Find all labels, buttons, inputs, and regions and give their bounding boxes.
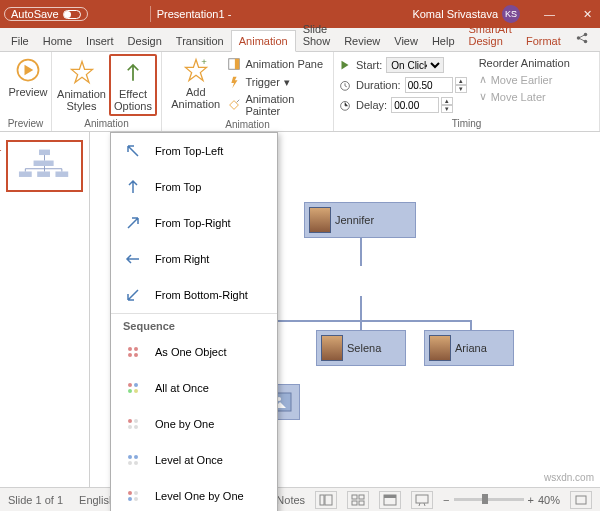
svg-rect-50 [384,495,396,498]
tab-slideshow[interactable]: Slide Show [296,19,338,51]
org-node-selena[interactable]: Selena [316,330,406,366]
seq-all-at-once[interactable]: All at Once [111,370,277,406]
svg-point-27 [128,383,132,387]
tab-home[interactable]: Home [36,31,79,51]
slideshow-view-icon[interactable] [411,491,433,509]
duration-down[interactable]: ▾ [455,85,467,93]
maximize-icon[interactable] [565,12,573,16]
fit-to-window-icon[interactable] [570,491,592,509]
slide-thumbnails[interactable]: 1* [0,132,90,487]
effect-options-dropdown: From Top-Left From Top From Top-Right Fr… [110,132,278,511]
dir-bottom-right[interactable]: From Bottom-Right [111,277,277,313]
move-later-button: ∨ Move Later [479,89,570,104]
redo-icon[interactable] [122,12,130,16]
effect-options-button[interactable]: Effect Options [109,54,157,116]
seq-level-at-once[interactable]: Level at Once [111,442,277,478]
tab-insert[interactable]: Insert [79,31,121,51]
workspace: 1* Joe Jennifer lie Selena Ariana [0,132,600,487]
svg-text:+: + [201,56,207,67]
tab-file[interactable]: File [4,31,36,51]
trigger-button[interactable]: Trigger ▾ [227,74,329,90]
group-preview: Preview [4,117,47,131]
animation-painter-button[interactable]: Animation Painter [227,92,329,118]
zoom-in-icon[interactable]: + [528,494,534,506]
tab-view[interactable]: View [387,31,425,51]
svg-point-42 [134,497,138,501]
dir-top-left[interactable]: From Top-Left [111,133,277,169]
reorder-label: Reorder Animation [479,56,570,70]
dir-top[interactable]: From Top [111,169,277,205]
dir-right[interactable]: From Right [111,241,277,277]
zoom-out-icon[interactable]: − [443,494,449,506]
close-icon[interactable]: ✕ [579,6,596,23]
move-earlier-button: ∧ Move Earlier [479,72,570,87]
sequence-header: Sequence [111,313,277,334]
seq-level-one-by-one[interactable]: Level One by One [111,478,277,511]
slide-counter[interactable]: Slide 1 of 1 [8,494,63,506]
seq-one-by-one[interactable]: One by One [111,406,277,442]
svg-point-6 [584,33,588,37]
dir-top-right[interactable]: From Top-Right [111,205,277,241]
autosave-toggle[interactable]: AutoSave [4,7,88,21]
slide-thumb-1[interactable]: 1* [6,140,83,192]
svg-rect-19 [55,171,68,176]
delay-up[interactable]: ▴ [441,97,453,105]
minimize-icon[interactable]: — [540,6,559,22]
start-select[interactable]: On Click [386,57,444,73]
svg-point-24 [134,347,138,351]
zoom-control[interactable]: − + 40% [443,494,560,506]
svg-point-28 [134,383,138,387]
org-node-jennifer[interactable]: Jennifer [304,202,416,238]
seq-one-object[interactable]: As One Object [111,334,277,370]
undo-icon[interactable] [108,12,116,16]
svg-point-32 [134,419,138,423]
comments-icon[interactable] [596,27,600,51]
svg-rect-17 [19,171,32,176]
svg-rect-52 [576,496,586,504]
delay-input[interactable] [391,97,439,113]
sorter-view-icon[interactable] [347,491,369,509]
svg-point-37 [128,461,132,465]
svg-rect-47 [352,501,357,505]
status-bar: Slide 1 of 1 English ≡ Notes − + 40% [0,487,600,511]
org-node-ariana[interactable]: Ariana [424,330,514,366]
photo-icon [321,335,343,361]
tab-design[interactable]: Design [121,31,169,51]
svg-point-7 [584,40,588,44]
save-icon[interactable] [94,12,102,16]
group-animation: Animation [56,117,157,131]
svg-rect-15 [39,150,50,155]
tab-help[interactable]: Help [425,31,462,51]
svg-rect-51 [416,495,428,503]
svg-point-29 [128,389,132,393]
animation-styles-button[interactable]: Animation Styles [56,54,107,116]
ribbon-options-icon[interactable] [526,12,534,16]
ribbon-tabs: File Home Insert Design Transition Anima… [0,28,600,52]
add-animation-button[interactable]: + Add Animation [166,54,225,112]
svg-point-25 [128,353,132,357]
group-advanced-animation: Animation [166,118,329,132]
tab-animations[interactable]: Animation [231,30,296,52]
tab-format[interactable]: Format [519,31,568,51]
svg-point-36 [134,455,138,459]
duration-up[interactable]: ▴ [455,77,467,85]
delay-down[interactable]: ▾ [441,105,453,113]
slideshow-icon[interactable] [136,12,144,16]
tab-smartart[interactable]: SmartArt Design [462,19,519,51]
svg-rect-44 [325,495,332,505]
tab-transitions[interactable]: Transition [169,31,231,51]
svg-point-30 [134,389,138,393]
animation-pane-button[interactable]: Animation Pane [227,56,329,72]
svg-rect-43 [320,495,324,505]
start-row: Start: On Click [338,56,467,74]
tab-review[interactable]: Review [337,31,387,51]
zoom-level[interactable]: 40% [538,494,560,506]
doc-title: Presentation1 - [157,8,407,20]
preview-button[interactable]: Preview [4,54,52,100]
normal-view-icon[interactable] [315,491,337,509]
reading-view-icon[interactable] [379,491,401,509]
svg-point-39 [128,491,132,495]
zoom-slider[interactable] [454,498,524,501]
share-icon[interactable] [568,27,596,51]
duration-input[interactable] [405,77,453,93]
